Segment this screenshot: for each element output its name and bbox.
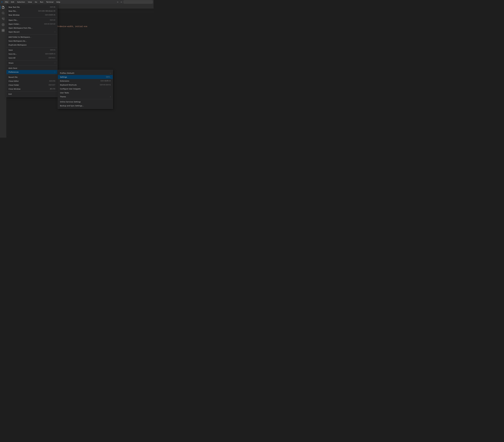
file-menu-item-add-folder-to-workspace[interactable]: Add Folder to Workspace... xyxy=(6,35,57,39)
file-menu-item-close-folder[interactable]: Close FolderCtrl+K F xyxy=(6,83,57,87)
pref-item-backup-and-sync-settings[interactable]: Backup and Sync Settings... xyxy=(58,104,113,108)
pref-section-0: Profiles (Default)›SettingsCtrl+,Extensi… xyxy=(58,70,113,99)
file-menu-item-new-text-file[interactable]: New Text FileCtrl+N xyxy=(6,5,57,9)
pref-item-keyboard-shortcuts[interactable]: Keyboard ShortcutsCtrl+K Ctrl+S xyxy=(58,83,113,87)
file-menu-item-open-folder[interactable]: Open Folder...Ctrl+K Ctrl+O xyxy=(6,22,57,26)
pref-section-1: Online Services SettingsBackup and Sync … xyxy=(58,99,113,108)
file-menu-item-share[interactable]: Share› xyxy=(6,61,57,65)
file-menu: New Text FileCtrl+NNew File...Ctrl+Alt+W… xyxy=(6,4,57,97)
file-menu-section-2: Add Folder to Workspace...Save Workspace… xyxy=(6,34,57,48)
pref-item-extensions[interactable]: ExtensionsCtrl+Shift+X xyxy=(58,79,113,83)
file-menu-section-4: Share› xyxy=(6,60,57,66)
file-menu-item-open-workspace-from-file[interactable]: Open Workspace from File... xyxy=(6,26,57,30)
pref-item-user-tasks[interactable]: User Tasks xyxy=(58,91,113,95)
file-menu-section-7: Exit xyxy=(6,91,57,97)
file-menu-item-auto-save[interactable]: Auto Save xyxy=(6,66,57,70)
pref-item-configure-user-snippets[interactable]: Configure User Snippets xyxy=(58,87,113,91)
file-menu-item-revert-file[interactable]: Revert File xyxy=(6,75,57,79)
file-menu-section-3: SaveCtrl+SSave As...Ctrl+Shift+SSave All… xyxy=(6,48,57,60)
pref-item-theme[interactable]: Theme› xyxy=(58,95,113,99)
file-menu-item-exit[interactable]: Exit xyxy=(6,92,57,96)
pref-item-online-services-settings[interactable]: Online Services Settings xyxy=(58,100,113,104)
file-menu-item-open-file[interactable]: Open File...Ctrl+O xyxy=(6,18,57,22)
file-menu-section-5: Auto SavePreferences› xyxy=(6,66,57,75)
file-menu-item-preferences[interactable]: Preferences› xyxy=(6,70,57,74)
pref-item-settings[interactable]: SettingsCtrl+, xyxy=(58,75,113,79)
file-menu-section-0: New Text FileCtrl+NNew File...Ctrl+Alt+W… xyxy=(6,5,57,17)
file-menu-item-open-recent[interactable]: Open Recent› xyxy=(6,30,57,34)
pref-item-profiles-(default)[interactable]: Profiles (Default)› xyxy=(58,71,113,75)
file-menu-item-save-all[interactable]: Save AllCtrl+K S xyxy=(6,56,57,60)
file-menu-item-duplicate-workspace[interactable]: Duplicate Workspace xyxy=(6,43,57,47)
file-menu-item-save[interactable]: SaveCtrl+S xyxy=(6,48,57,52)
file-menu-item-new-window[interactable]: New WindowCtrl+Shift+N xyxy=(6,13,57,17)
file-menu-item-close-window[interactable]: Close WindowAlt+F4 xyxy=(6,87,57,91)
file-menu-item-save-workspace-as[interactable]: Save Workspace As... xyxy=(6,39,57,43)
file-menu-section-1: Open File...Ctrl+OOpen Folder...Ctrl+K C… xyxy=(6,17,57,34)
file-menu-item-close-editor[interactable]: Close EditorCtrl+F4 xyxy=(6,79,57,83)
file-menu-section-6: Revert FileClose EditorCtrl+F4Close Fold… xyxy=(6,75,57,91)
file-menu-item-new-file[interactable]: New File...Ctrl+Alt+Windows+N xyxy=(6,9,57,13)
file-menu-item-save-as[interactable]: Save As...Ctrl+Shift+S xyxy=(6,52,57,56)
pref-submenu: Profiles (Default)›SettingsCtrl+,Extensi… xyxy=(58,70,113,109)
